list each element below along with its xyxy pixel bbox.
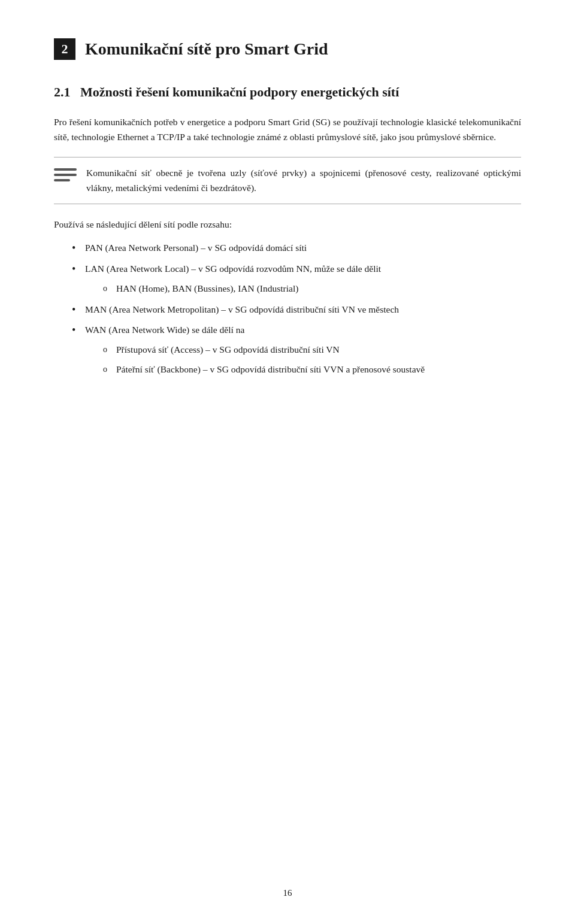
callout-block: Komunikační síť obecně je tvořena uzly (… — [54, 157, 521, 205]
sub-item-backbone: Páteřní síť (Backbone) – v SG odpovídá d… — [103, 362, 521, 377]
list-intro: Používá se následující dělení sítí podle… — [54, 217, 521, 232]
list-item-man-text: MAN (Area Network Metropolitan) – v SG o… — [85, 304, 399, 314]
list-item-lan: LAN (Area Network Local) – v SG odpovídá… — [72, 262, 521, 296]
page-number: 16 — [283, 886, 292, 900]
sub-item-han-text: HAN (Home), BAN (Bussines), IAN (Industr… — [116, 283, 298, 293]
note-icon — [54, 166, 77, 181]
list-item-pan-text: PAN (Area Network Personal) – v SG odpov… — [85, 243, 307, 253]
chapter-title: Komunikační sítě pro Smart Grid — [85, 36, 328, 62]
wan-sub-list: Přístupová síť (Access) – v SG odpovídá … — [103, 343, 521, 377]
sub-item-backbone-text: Páteřní síť (Backbone) – v SG odpovídá d… — [116, 364, 425, 374]
icon-line-2 — [54, 174, 77, 176]
section-number: 2.1 — [54, 84, 71, 99]
icon-line-3 — [54, 179, 70, 181]
main-bullet-list: PAN (Area Network Personal) – v SG odpov… — [72, 241, 521, 377]
sub-item-access: Přístupová síť (Access) – v SG odpovídá … — [103, 343, 521, 358]
list-item-pan: PAN (Area Network Personal) – v SG odpov… — [72, 241, 521, 256]
list-item-man: MAN (Area Network Metropolitan) – v SG o… — [72, 302, 521, 317]
chapter-number-box: 2 — [54, 38, 75, 60]
intro-paragraph: Pro řešení komunikačních potřeb v energe… — [54, 115, 521, 145]
section-title: 2.1 Možnosti řešení komunikační podpory … — [54, 83, 521, 102]
icon-line-1 — [54, 168, 77, 171]
sub-item-han: HAN (Home), BAN (Bussines), IAN (Industr… — [103, 281, 521, 296]
list-item-wan-text: WAN (Area Network Wide) se dále dělí na — [85, 325, 244, 335]
chapter-header: 2 Komunikační sítě pro Smart Grid — [54, 36, 521, 62]
section-title-text: Možnosti řešení komunikační podpory ener… — [80, 84, 399, 99]
sub-item-access-text: Přístupová síť (Access) – v SG odpovídá … — [116, 344, 340, 355]
list-item-lan-text: LAN (Area Network Local) – v SG odpovídá… — [85, 263, 381, 274]
page: 2 Komunikační sítě pro Smart Grid 2.1 Mo… — [0, 0, 575, 924]
list-item-wan: WAN (Area Network Wide) se dále dělí na … — [72, 323, 521, 377]
callout-text: Komunikační síť obecně je tvořena uzly (… — [86, 166, 521, 196]
lan-sub-list: HAN (Home), BAN (Bussines), IAN (Industr… — [103, 281, 521, 296]
